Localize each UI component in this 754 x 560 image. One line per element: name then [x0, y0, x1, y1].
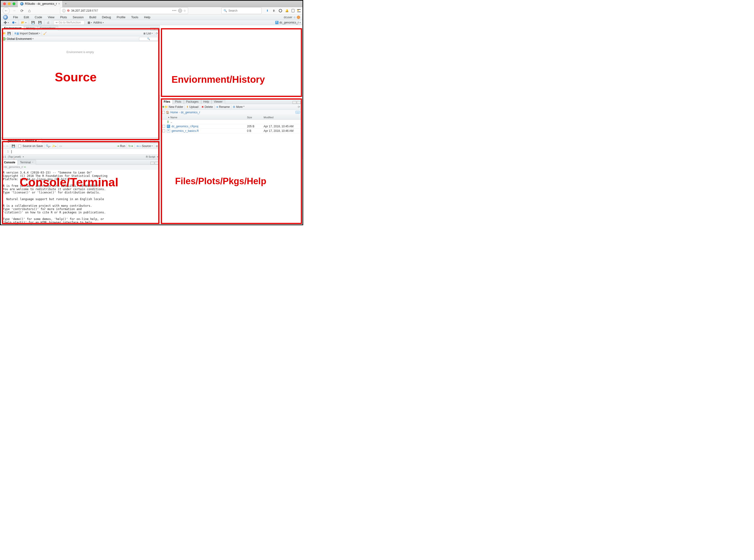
scope-label[interactable]: Global Environment	[7, 37, 32, 41]
menu-build[interactable]: Build	[87, 15, 99, 20]
header-modified[interactable]: Modified	[264, 116, 302, 119]
minimize-pane-button[interactable]	[292, 101, 296, 104]
menu-tools[interactable]: Tools	[129, 15, 141, 20]
maximize-window-button[interactable]	[13, 2, 15, 5]
console-output[interactable]: R version 3.4.4 (2018-03-15) -- "Someone…	[1, 169, 159, 225]
print-button[interactable]: 🖨	[46, 20, 51, 25]
menu-debug[interactable]: Debug	[99, 15, 113, 20]
file-row[interactable]: dc_genomics_r.Rproj 205 B Apr 17, 2018, …	[161, 124, 302, 129]
menu-plots[interactable]: Plots	[58, 15, 69, 20]
forward-button[interactable]	[11, 7, 17, 14]
goto-dir-icon[interactable]: ➪	[24, 165, 26, 168]
maximize-pane-button[interactable]	[297, 101, 301, 104]
back-button[interactable]	[3, 7, 10, 14]
panes-grid-button[interactable]: ▦▾	[88, 21, 92, 24]
tab-connections[interactable]: Connections	[38, 26, 58, 31]
env-search-input[interactable]: 🔍	[139, 37, 158, 41]
browser-tab[interactable]: RStudio - dc_genomics_r ×	[18, 1, 63, 7]
rerun-icon[interactable]: ↻➔	[128, 144, 133, 148]
clear-workspace-icon[interactable]: 🧹	[43, 32, 47, 35]
back-nav-icon[interactable]: ⇦	[2, 144, 5, 148]
status-lang[interactable]: R Script	[146, 155, 155, 158]
refresh-files-icon[interactable]: ⟳	[298, 105, 300, 108]
file-checkbox[interactable]	[162, 125, 165, 128]
find-icon[interactable]: 🔍▾	[46, 144, 50, 148]
refresh-icon[interactable]: ⟳	[156, 32, 158, 35]
minimize-pane-button[interactable]	[150, 140, 154, 143]
header-name[interactable]: Name	[170, 116, 177, 119]
save-workspace-icon[interactable]: 💾	[7, 32, 11, 35]
new-project-button[interactable]: ⬢▾	[11, 20, 17, 25]
import-dataset-button[interactable]: ⬇▦Import Dataset ▾	[14, 32, 40, 35]
load-workspace-icon[interactable]: 📂	[2, 32, 6, 35]
tab-environment[interactable]: Environment	[2, 26, 24, 31]
status-scope[interactable]: (Top Level)	[8, 155, 21, 158]
close-terminal-icon[interactable]: ×	[32, 161, 34, 164]
wand-icon[interactable]: ✨▾	[52, 144, 56, 148]
menu-profile[interactable]: Profile	[114, 15, 128, 20]
tab-console[interactable]: Console	[2, 160, 18, 165]
menu-view[interactable]: View	[45, 15, 57, 20]
minimize-window-button[interactable]	[8, 2, 11, 5]
sidebar-icon[interactable]	[292, 9, 294, 12]
maximize-pane-button[interactable]	[155, 140, 158, 143]
new-folder-button[interactable]: ✚📁New Folder	[162, 105, 183, 108]
save-all-button[interactable]: 💾	[37, 20, 43, 25]
fwd-nav-icon[interactable]: ⇨	[6, 144, 8, 148]
outline-icon[interactable]: ≣	[156, 144, 158, 148]
url-bar[interactable]: i 🛇 34.207.167.219:8787 ••• ☆	[60, 7, 188, 14]
path-more-icon[interactable]: …	[295, 111, 300, 114]
tab-packages[interactable]: Packages	[184, 99, 201, 104]
maximize-pane-button[interactable]	[155, 27, 158, 31]
shield-icon[interactable]	[178, 9, 182, 13]
minimize-pane-button[interactable]	[150, 27, 154, 31]
tab-plots[interactable]: Plots	[173, 99, 184, 104]
maximize-pane-button[interactable]	[155, 162, 158, 164]
addins-button[interactable]: Addins ▾	[93, 21, 104, 24]
quit-session-icon[interactable]	[297, 16, 300, 19]
tab-viewer[interactable]: Viewer	[212, 99, 225, 104]
source-on-save-checkbox[interactable]	[18, 145, 21, 147]
search-bar[interactable]: 🔍	[221, 7, 262, 14]
goto-file-input[interactable]: ➜ Go to file/function	[54, 20, 84, 25]
source-editor[interactable]: 1 }	[1, 149, 159, 154]
select-all-checkbox[interactable]	[162, 111, 165, 114]
project-indicator[interactable]: dc_genomics_r ▾	[275, 21, 301, 24]
rename-button[interactable]: ➜Rename	[216, 105, 230, 108]
evernote-icon[interactable]	[279, 9, 282, 12]
file-row-updir[interactable]: ↥..	[161, 120, 302, 124]
home-dir-icon[interactable]: 🏠	[166, 111, 169, 114]
notifications-icon[interactable]: 🔔	[285, 9, 289, 13]
search-input[interactable]	[229, 9, 259, 12]
page-actions-icon[interactable]: •••	[172, 9, 177, 12]
file-name-link[interactable]: genomics_r_basics.R	[172, 129, 199, 133]
menu-session[interactable]: Session	[70, 15, 86, 20]
minimize-pane-button[interactable]	[150, 162, 154, 164]
new-file-button[interactable]: ➕▾	[3, 20, 10, 25]
save-source-icon[interactable]: 💾	[12, 144, 15, 148]
home-button[interactable]	[26, 7, 33, 14]
menu-help[interactable]: Help	[142, 15, 153, 20]
tab-help[interactable]: Help	[201, 99, 212, 104]
reload-button[interactable]	[19, 7, 25, 14]
breadcrumb-dir[interactable]: dc_genomics_r	[181, 111, 200, 114]
menu-icon[interactable]	[297, 9, 301, 12]
more-button[interactable]: ⚙More ▾	[233, 105, 244, 108]
close-tab-icon[interactable]: ×	[58, 2, 60, 5]
editor-body[interactable]: }	[11, 149, 159, 154]
library-icon[interactable]: ⫴\	[272, 9, 276, 13]
source-file-tab[interactable]: genomics_r_basics.R ×	[2, 138, 42, 143]
file-row[interactable]: genomics_r_basics.R 0 B Apr 17, 2018, 10…	[161, 129, 302, 133]
header-size[interactable]: Size	[247, 116, 264, 119]
list-view-button[interactable]: ≣ List ▾	[143, 32, 153, 35]
delete-button[interactable]: ✖Delete	[201, 105, 213, 108]
file-checkbox[interactable]	[162, 129, 165, 132]
tab-history[interactable]: History	[24, 26, 38, 31]
upload-button[interactable]: ⬆Upload	[186, 105, 198, 108]
breadcrumb-home[interactable]: Home	[170, 111, 178, 114]
bookmark-star-icon[interactable]: ☆	[183, 9, 186, 12]
close-window-button[interactable]	[3, 2, 6, 5]
open-file-button[interactable]: 📂▾	[20, 20, 27, 25]
source-button[interactable]: ➔▭Source ▾	[136, 144, 153, 148]
menu-code[interactable]: Code	[32, 15, 44, 20]
